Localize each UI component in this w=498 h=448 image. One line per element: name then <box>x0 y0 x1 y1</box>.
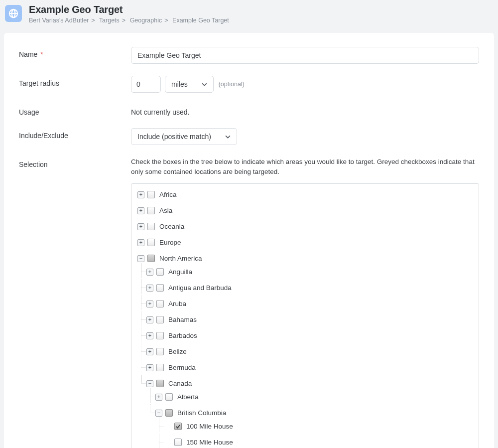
tree-node: + Oceania <box>137 221 473 232</box>
checkbox[interactable] <box>156 348 164 355</box>
checkbox[interactable] <box>147 207 155 214</box>
checkbox[interactable] <box>147 191 155 198</box>
tree-node: + Antigua and Barbuda <box>146 282 473 294</box>
globe-icon <box>5 5 22 22</box>
checkbox[interactable] <box>156 284 164 292</box>
tree-node: + Barbados <box>146 330 473 341</box>
checkbox-partial[interactable] <box>147 255 155 262</box>
tree-node: + Africa <box>137 189 473 200</box>
tree-node: 100 Mile House <box>164 421 473 432</box>
usage-label: Usage <box>19 105 131 116</box>
tree-node: + Anguilla <box>146 266 473 278</box>
expand-icon[interactable]: + <box>146 269 153 276</box>
selection-helper: Check the boxes in the tree below to ind… <box>131 157 479 176</box>
tree-node: + Europe <box>137 237 473 248</box>
checkbox[interactable] <box>147 223 155 230</box>
optional-text: (optional) <box>219 81 245 88</box>
collapse-icon[interactable]: − <box>137 255 144 262</box>
checkbox-partial[interactable] <box>165 409 173 417</box>
expand-icon[interactable]: + <box>137 223 144 230</box>
expand-icon[interactable]: + <box>146 300 153 307</box>
incexc-select[interactable]: Include (positive match) <box>131 128 237 145</box>
tree-node: + Alberta <box>155 391 473 403</box>
checkbox[interactable] <box>174 439 182 446</box>
checkbox[interactable] <box>165 393 173 401</box>
tree-node: − British Columbia <box>155 407 473 448</box>
checkbox-partial[interactable] <box>156 380 164 387</box>
checkbox[interactable] <box>156 268 164 276</box>
checkbox[interactable] <box>156 332 164 339</box>
radius-field[interactable] <box>131 76 161 93</box>
breadcrumb-item[interactable]: Targets <box>99 17 120 24</box>
tree-node: + Asia <box>137 205 473 216</box>
expand-icon[interactable]: + <box>146 316 153 323</box>
usage-value: Not currently used. <box>131 105 479 116</box>
selection-label: Selection <box>19 157 131 168</box>
page-title: Example Geo Target <box>29 4 229 15</box>
breadcrumb-item[interactable]: Geographic <box>130 17 162 24</box>
radius-label: Target radius <box>19 76 131 87</box>
tree-node: + Belize <box>146 346 473 357</box>
checkbox[interactable] <box>156 316 164 323</box>
chevron-down-icon <box>225 135 231 139</box>
expand-icon[interactable]: + <box>137 191 144 198</box>
breadcrumb-item[interactable]: Bert Varias's AdButler <box>29 17 89 24</box>
name-label: Name * <box>19 47 131 58</box>
checkbox[interactable] <box>156 364 164 371</box>
expand-icon[interactable]: + <box>146 285 153 292</box>
collapse-icon[interactable]: − <box>155 410 162 417</box>
chevron-down-icon <box>202 83 207 86</box>
tree-node: − North America + Anguilla <box>137 253 473 448</box>
tree-node: 150 Mile House <box>164 437 473 448</box>
form-panel: Name * Target radius miles (optional) Us… <box>4 33 494 448</box>
checkbox-checked[interactable] <box>174 423 182 430</box>
tree-node: + Aruba <box>146 298 473 309</box>
tree-node: + Bermuda <box>146 362 473 373</box>
tree-node: − Canada + Alberta <box>146 378 473 448</box>
tree-box: + Africa + Asia <box>131 183 479 448</box>
expand-icon[interactable]: + <box>137 239 144 246</box>
expand-icon[interactable]: + <box>137 207 144 214</box>
expand-icon[interactable]: + <box>146 332 153 339</box>
radius-unit-select[interactable]: miles <box>165 76 214 93</box>
expand-icon[interactable]: + <box>146 364 153 371</box>
expand-icon[interactable]: + <box>155 394 162 401</box>
expand-icon[interactable]: + <box>146 348 153 355</box>
name-field[interactable] <box>131 47 479 64</box>
breadcrumb-item: Example Geo Target <box>172 17 229 24</box>
collapse-icon[interactable]: − <box>146 380 153 387</box>
page-header: Example Geo Target Bert Varias's AdButle… <box>0 0 498 29</box>
checkbox[interactable] <box>147 239 155 246</box>
tree-node: + Bahamas <box>146 314 473 325</box>
incexc-label: Include/Exclude <box>19 128 131 140</box>
breadcrumb: Bert Varias's AdButler> Targets> Geograp… <box>29 17 229 24</box>
checkbox[interactable] <box>156 300 164 307</box>
